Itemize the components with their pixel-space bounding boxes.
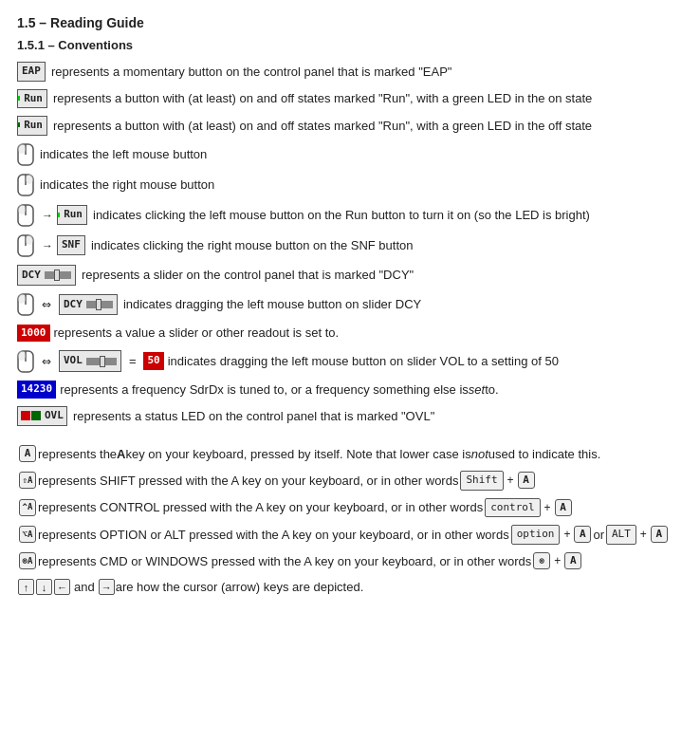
divider bbox=[17, 434, 683, 445]
set-italic: set bbox=[469, 381, 485, 399]
cursor-description: are how the cursor (arrow) keys are depi… bbox=[116, 578, 364, 597]
row-drag-vol: ⇔ VOL = 50 indicates dragging the left m… bbox=[17, 350, 683, 373]
mouse-left-icon bbox=[17, 143, 34, 166]
cmd-key: ⊗ bbox=[533, 552, 550, 569]
mouse-left-drag-icon bbox=[17, 293, 34, 316]
svg-rect-5 bbox=[26, 175, 33, 184]
drag-dcy-description: indicates dragging the left mouse button… bbox=[123, 295, 421, 314]
run-on-target-icon: Run bbox=[57, 205, 87, 225]
mouse-left-description: indicates the left mouse button bbox=[40, 145, 207, 164]
row-val-1000: 1000 represents a value a slider or othe… bbox=[17, 324, 683, 343]
run-on-button-icon: Run bbox=[17, 89, 47, 109]
alt-key: ALT bbox=[606, 525, 636, 545]
key-a-icon: A bbox=[19, 445, 36, 462]
led-ovl-description: represents a status LED on the control p… bbox=[73, 407, 434, 426]
eap-description: represents a momentary button on the con… bbox=[51, 63, 452, 82]
arrow-icon: → bbox=[42, 207, 53, 224]
vol-slider-icon: VOL bbox=[59, 350, 121, 372]
frequency-badge: 14230 bbox=[17, 381, 56, 399]
cmd-a-icon: ⊗A bbox=[19, 552, 36, 569]
vol-slider-thumb bbox=[100, 356, 105, 367]
slider-thumb bbox=[54, 269, 60, 281]
shift-a-icon: ⇧A bbox=[19, 472, 36, 489]
section-subtitle: 1.5.1 – Conventions bbox=[17, 38, 683, 52]
svg-rect-8 bbox=[18, 205, 26, 214]
row-slider-dcy: DCY represents a slider on the control p… bbox=[17, 265, 683, 287]
row-mouse-left: indicates the left mouse button bbox=[17, 143, 683, 166]
row-click-run: → Run indicates clicking the left mouse … bbox=[17, 204, 683, 227]
svg-rect-11 bbox=[26, 235, 33, 245]
equals-sign: = bbox=[129, 352, 137, 371]
option-key: option bbox=[511, 525, 561, 545]
row-cmd-a: ⊗A represents CMD or WINDOWS pressed wit… bbox=[17, 552, 683, 571]
ovl-led-icon: OVL bbox=[17, 406, 67, 426]
section-title: 1.5 – Reading Guide bbox=[17, 15, 683, 30]
mouse-right-description: indicates the right mouse button bbox=[40, 176, 214, 195]
slider-track bbox=[86, 301, 113, 308]
eap-button-icon: EAP bbox=[17, 62, 46, 82]
row-eap: EAP represents a momentary button on the… bbox=[17, 62, 683, 82]
dcy-slider-drag-icon: DCY bbox=[59, 294, 118, 316]
dcy-slider-icon: DCY bbox=[17, 265, 76, 287]
row-key-a: A represents the A key on your keyboard,… bbox=[17, 445, 683, 464]
run-off-description: represents a button with (at least) on a… bbox=[53, 117, 592, 136]
opt-a-description: represents OPTION or ALT pressed with th… bbox=[38, 525, 670, 545]
svg-rect-14 bbox=[18, 294, 26, 304]
row-opt-a: ⌥A represents OPTION or ALT pressed with… bbox=[17, 525, 683, 545]
row-run-on: Run represents a button with (at least) … bbox=[17, 89, 683, 109]
row-cursor-keys: ↑ ↓ ← and → are how the cursor (arrow) k… bbox=[17, 578, 683, 597]
cursor-left-icon: ← bbox=[54, 579, 70, 595]
row-drag-dcy: ⇔ DCY indicates dragging the left mouse … bbox=[17, 293, 683, 316]
value-1000-badge: 1000 bbox=[17, 325, 50, 343]
shift-key: Shift bbox=[460, 471, 503, 491]
ctrl-a-icon: ^A bbox=[19, 499, 36, 516]
row-run-off: Run represents a button with (at least) … bbox=[17, 116, 683, 136]
svg-rect-17 bbox=[18, 351, 26, 361]
freq-description: represents a frequency SdrDx is tuned to… bbox=[60, 381, 498, 399]
row-freq: 14230 represents a frequency SdrDx is tu… bbox=[17, 381, 683, 399]
a-key4: A bbox=[651, 526, 668, 543]
click-run-description: indicates clicking the left mouse button… bbox=[93, 206, 590, 225]
row-mouse-right: indicates the right mouse button bbox=[17, 174, 683, 196]
run-off-button-icon: Run bbox=[17, 116, 47, 136]
a-key5: A bbox=[564, 552, 581, 569]
opt-a-icon: ⌥A bbox=[19, 526, 36, 543]
arrow-icon: → bbox=[42, 237, 53, 254]
shift-a-description: represents SHIFT pressed with the A key … bbox=[38, 471, 537, 491]
run-on-description: represents a button with (at least) on a… bbox=[53, 89, 592, 108]
vol-slider-track bbox=[86, 358, 117, 365]
snf-button-icon: SNF bbox=[57, 235, 85, 255]
control-key: control bbox=[485, 498, 540, 518]
a-key: A bbox=[518, 472, 535, 489]
cursor-down-icon: ↓ bbox=[36, 579, 52, 595]
a-key3: A bbox=[574, 526, 591, 543]
row-ctrl-a: ^A represents CONTROL pressed with the A… bbox=[17, 498, 683, 518]
cursor-right-icon: → bbox=[99, 579, 115, 595]
click-snf-description: indicates clicking the right mouse butto… bbox=[91, 236, 414, 255]
cmd-a-description: represents CMD or WINDOWS pressed with t… bbox=[38, 552, 583, 571]
slider-track bbox=[45, 271, 71, 279]
row-click-snf: → SNF indicates clicking the right mouse… bbox=[17, 234, 683, 257]
ctrl-a-description: represents CONTROL pressed with the A ke… bbox=[38, 498, 574, 518]
row-led-ovl: OVL represents a status LED on the contr… bbox=[17, 406, 683, 426]
value-50-badge: 50 bbox=[143, 352, 163, 370]
mouse-left-vol-icon bbox=[17, 350, 34, 373]
led-red bbox=[21, 411, 30, 420]
slider-thumb bbox=[96, 299, 101, 310]
slider-dcy-description: represents a slider on the control panel… bbox=[82, 266, 414, 285]
drag-vol-description: indicates dragging the left mouse button… bbox=[168, 352, 559, 371]
doubleheadarrow-icon: ⇔ bbox=[42, 353, 51, 370]
led-green bbox=[31, 411, 41, 420]
doubleheadarrow-icon: ⇔ bbox=[42, 296, 51, 313]
cursor-up-icon: ↑ bbox=[18, 579, 34, 595]
mouse-right-click-icon bbox=[17, 234, 34, 257]
mouse-left-click-icon bbox=[17, 204, 34, 227]
mouse-right-icon bbox=[17, 174, 34, 196]
val-1000-description: represents a value a slider or other rea… bbox=[54, 324, 340, 343]
key-a-description: represents the A key on your keyboard, p… bbox=[38, 445, 600, 464]
svg-rect-2 bbox=[18, 144, 26, 154]
and-label: and bbox=[74, 578, 95, 597]
a-key2: A bbox=[555, 499, 572, 516]
row-shift-a: ⇧A represents SHIFT pressed with the A k… bbox=[17, 471, 683, 491]
